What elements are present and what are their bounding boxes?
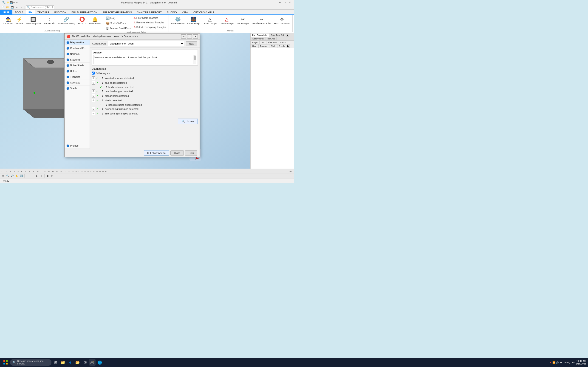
- tab-report[interactable]: Report: [279, 41, 288, 44]
- nav-diagnostics[interactable]: 🔵 Diagnostics: [65, 40, 90, 45]
- close-dialog-button[interactable]: Close: [170, 150, 184, 156]
- remove-identical-triangles-button[interactable]: ⚠Remove Identical Triangles: [132, 20, 167, 25]
- dialog-minimize-button[interactable]: ─: [181, 34, 186, 39]
- manual-label: Manual: [170, 29, 291, 32]
- tab-part-fixing-info[interactable]: Part Fixing Info: [251, 33, 269, 37]
- tab-final-part[interactable]: Final Part: [266, 41, 278, 44]
- zoom-in-button[interactable]: 🔍: [6, 174, 10, 178]
- wireframe-button[interactable]: ◻: [50, 174, 54, 178]
- shells-to-parts-button[interactable]: 📦Shells To Parts: [105, 21, 132, 26]
- detect-overlapping-triangles-button[interactable]: ⚠Detect Overlapping Triangles: [132, 25, 167, 29]
- overlapping-check[interactable]: ☑: [92, 107, 95, 111]
- tab-fix[interactable]: FIX: [26, 10, 35, 15]
- panel-sub-right-arrow[interactable]: ▶: [287, 44, 290, 48]
- tab-build-time-esti[interactable]: Build Time Esti: [269, 33, 286, 37]
- help-button[interactable]: Help: [185, 150, 197, 156]
- fix-wizard-button[interactable]: 🧙 Fix Wizard: [2, 16, 15, 29]
- trim-triangles-button[interactable]: ✂ Trim Triangles: [235, 16, 251, 29]
- new-btn[interactable]: 📄: [1, 5, 5, 9]
- tab-info[interactable]: Info: [259, 41, 266, 44]
- move-part-points-button[interactable]: ✥ Move Part Points: [273, 16, 291, 29]
- tab-angle[interactable]: Angle: [251, 41, 259, 44]
- unify-button[interactable]: 🔄Unify: [105, 16, 132, 21]
- noise-shells-button[interactable]: 🔔 Noise Shells: [88, 16, 102, 29]
- nav-overlaps[interactable]: 🔵 Overlaps: [65, 80, 90, 85]
- delete-triangle-button[interactable]: △ Delete Triangle: [218, 16, 235, 29]
- tab-slicing[interactable]: SLICING: [164, 10, 179, 15]
- nav-profiles[interactable]: 🔵 Profiles: [65, 143, 90, 149]
- tab-attachments[interactable]: Attachments: [251, 37, 265, 40]
- inverted-normals-check[interactable]: ☑: [92, 76, 95, 80]
- tab-hole[interactable]: Hole: [251, 44, 258, 48]
- full-analysis-checkbox[interactable]: [92, 72, 95, 75]
- next-button[interactable]: Next: [186, 41, 197, 46]
- tab-triangle[interactable]: Triangle: [258, 44, 269, 48]
- tab-file[interactable]: FILE: [0, 10, 12, 15]
- nav-normals[interactable]: 🔵 Normals: [65, 51, 90, 57]
- near-bad-edges-check[interactable]: ☑: [92, 90, 95, 93]
- close-button[interactable]: ✕: [288, 1, 292, 4]
- tab-support-generation[interactable]: SUPPORT GENERATION: [100, 10, 134, 15]
- translate-part-points-button[interactable]: ↔ Translate Part Points: [251, 16, 272, 29]
- holes-fix-button[interactable]: ⭕ Holes Fix: [77, 16, 88, 29]
- quick-search[interactable]: 🔍 Quick search (Shift...): [26, 6, 54, 9]
- nav-holes[interactable]: 🔵 Holes: [65, 68, 90, 74]
- update-button[interactable]: 🔍 Update: [178, 119, 198, 124]
- panel-right-arrow[interactable]: ▶: [286, 33, 289, 37]
- dialog-close-button[interactable]: ✕: [193, 34, 198, 39]
- remove-small-parts-button[interactable]: 🗑Remove Small Parts: [105, 26, 132, 31]
- nav-shells[interactable]: 🔵 Shells: [65, 85, 90, 91]
- dialog-maximize-button[interactable]: □: [187, 34, 192, 39]
- tab-texture[interactable]: TEXTURE: [35, 10, 52, 15]
- tab-textures[interactable]: Textures: [266, 37, 277, 40]
- automatic-stitching-button[interactable]: 🔗 Automatic Stitching: [56, 16, 76, 29]
- nav-triangles[interactable]: 🔵 Triangles: [65, 74, 90, 80]
- current-part-row: Current Part sledgehammer_peen Next: [90, 40, 199, 48]
- bad-edges-check[interactable]: ☑: [92, 81, 95, 85]
- view-side-button[interactable]: S: [35, 174, 39, 178]
- tab-view[interactable]: VIEW: [179, 10, 191, 15]
- tab-shell[interactable]: Shell: [269, 44, 277, 48]
- shrinkwrap-button[interactable]: 🔲 ShrinkWrap Part: [25, 16, 42, 29]
- intersecting-check[interactable]: ☑: [92, 112, 95, 115]
- auto-fixing-label: Automatic Fixing: [2, 29, 102, 32]
- filter-sharp-triangles-button[interactable]: ⚠Filter Sharp Triangles: [132, 16, 167, 20]
- advice-scrollbar[interactable]: [193, 55, 196, 64]
- normals-fix-button[interactable]: ↕ Normals Fix: [43, 16, 56, 29]
- view-front-button[interactable]: F: [26, 174, 30, 178]
- fill-hole-mode-button[interactable]: ⚙️ Fill Hole Mode: [170, 16, 186, 29]
- intersecting-green: ✓: [96, 112, 98, 115]
- save-btn[interactable]: 💾: [10, 5, 14, 9]
- shading-button[interactable]: ◼: [45, 174, 50, 178]
- nav-combined-fix[interactable]: 🔵 Combined Fix: [65, 45, 90, 51]
- tab-tools[interactable]: TOOLS: [12, 10, 26, 15]
- shells-label: shells detected: [105, 99, 121, 102]
- minimize-button[interactable]: ─: [277, 1, 282, 4]
- redo-btn[interactable]: ↪: [19, 5, 23, 9]
- planar-holes-check[interactable]: ☑: [92, 94, 95, 98]
- current-part-select[interactable]: sledgehammer_peen: [108, 41, 184, 46]
- maximize-button[interactable]: □: [283, 1, 287, 4]
- right-panel-sub-tabs2: Hole Triangle Shell Overla ▶: [251, 44, 294, 48]
- nav-noise-shells[interactable]: 🔵 Noise Shells: [65, 63, 90, 68]
- zoom-fit-button[interactable]: ⊕: [1, 174, 5, 178]
- view-top-button[interactable]: T: [30, 174, 34, 178]
- open-btn[interactable]: 📂: [6, 5, 10, 9]
- shells-check[interactable]: ☑: [92, 99, 95, 102]
- tab-options-help[interactable]: OPTIONS & HELP: [191, 10, 217, 15]
- undo-btn[interactable]: ↩: [15, 5, 19, 9]
- follow-advice-button[interactable]: ▶ Follow Advice: [144, 150, 169, 156]
- rotate-button[interactable]: 🔄: [19, 174, 23, 178]
- tab-overla[interactable]: Overla: [277, 44, 287, 48]
- dialog-title-bar: 🔴 Fix Wizard (Part: sledgehammer_peen ) …: [65, 33, 199, 40]
- create-triangle-button[interactable]: △ Create Triangle: [202, 16, 218, 29]
- view-iso-button[interactable]: I: [39, 174, 43, 178]
- nav-stitching[interactable]: 🔵 Stitching: [65, 57, 90, 63]
- autofix-button[interactable]: ⚡ AutoFix: [15, 16, 24, 29]
- pan-button[interactable]: ✋: [15, 174, 19, 178]
- zoom-out-button[interactable]: 🔎: [10, 174, 14, 178]
- tab-analyze-report[interactable]: ANALYZE & REPORT: [134, 10, 164, 15]
- tab-position[interactable]: POSITION: [52, 10, 69, 15]
- tab-build-preparation[interactable]: BUILD PREPARATION: [69, 10, 100, 15]
- create-bridge-button[interactable]: 🌉 Create Bridge: [186, 16, 201, 29]
